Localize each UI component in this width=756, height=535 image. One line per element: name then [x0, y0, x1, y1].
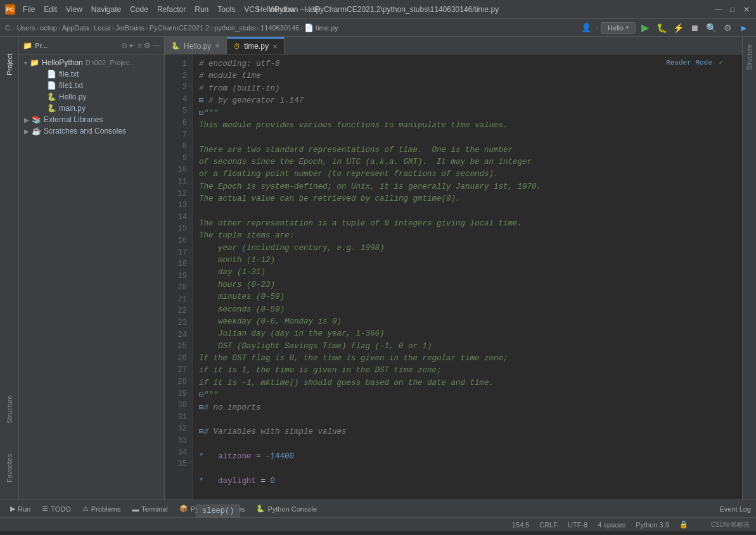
show-options-button[interactable]: ≡ [138, 41, 142, 50]
sidebar-tab-favorites[interactable]: Favorites [1, 443, 18, 493]
breadcrumb-jetbrains[interactable]: JetBrains [115, 24, 144, 32]
code-editor[interactable]: 1234 5678 9101112 13141516 17181920 2122… [165, 54, 742, 500]
collapse-all-button[interactable]: ⇤ [129, 41, 136, 50]
tab-time-py-label: time.py [244, 42, 269, 51]
breadcrumb-appdata[interactable]: AppData [62, 24, 89, 32]
run-button[interactable]: ▶ [638, 21, 652, 35]
main-layout: Project Structure Favorites 📁 Pr... ⊙ ⇤ … [0, 37, 756, 500]
menu-edit[interactable]: Edit [40, 4, 61, 15]
breadcrumb-c[interactable]: C: [5, 24, 12, 32]
coverage-button[interactable]: ⚡ [671, 21, 685, 35]
tree-file1-txt[interactable]: 📄 file1.txt [19, 80, 164, 91]
scratches-expand-icon: ▶ [24, 128, 29, 135]
bottom-tab-todo[interactable]: ☰ TODO [37, 500, 76, 517]
expand-icon: ▾ [24, 60, 27, 66]
tree-external-libs[interactable]: ▶ 📚 External Libraries [19, 114, 164, 125]
app-icon: PC [5, 4, 15, 15]
bottom-tab-python-console[interactable]: 🐍 Python Console [251, 500, 322, 517]
event-log-button[interactable]: Event Log [719, 505, 751, 513]
stop-button[interactable]: ⏹ [688, 21, 702, 35]
run-config-button[interactable]: Hello ▾ [601, 22, 636, 34]
maximize-button[interactable]: □ [728, 5, 737, 14]
tab-hello-py[interactable]: 🐍 Hello.py ✕ [165, 37, 227, 54]
vcs-update-button[interactable]: 👤 [579, 21, 593, 35]
tree-scratches[interactable]: ▶ ☕ Scratches and Consoles [19, 125, 164, 137]
hello-py-tab-icon: 🐍 [171, 42, 180, 50]
watermark: CSDN·韩榕亮 [711, 520, 750, 529]
external-libs-label: External Libraries [44, 115, 103, 124]
terminal-tab-icon: ▬ [132, 505, 139, 513]
menu-file[interactable]: File [19, 4, 39, 15]
breadcrumb-users[interactable]: Users [17, 24, 35, 32]
tree-hello-python[interactable]: ▾ 📁 HelloPython D:\002_Projec... [19, 57, 164, 68]
settings-gear-icon[interactable]: ⚙ [144, 41, 151, 50]
reader-mode-check: ✓ [719, 59, 723, 66]
time-py-icon: 📄 [304, 23, 314, 32]
right-tab-structure[interactable]: Structure [745, 39, 754, 75]
run-config-label: Hello [608, 24, 624, 32]
lock-icon: 🔒 [679, 520, 688, 529]
tree-hello-py[interactable]: 🐍 Hello.py [19, 91, 164, 103]
breadcrumb-octop[interactable]: octop [40, 24, 57, 32]
breadcrumb-pycharm[interactable]: PyCharmCE2021.2 [150, 24, 210, 32]
menu-navigate[interactable]: Navigate [87, 4, 125, 15]
settings-button[interactable]: ⚙ [721, 21, 734, 35]
menu-view[interactable]: View [62, 4, 86, 15]
todo-tab-icon: ☰ [42, 505, 48, 513]
close-panel-button[interactable]: — [153, 41, 160, 50]
tab-hello-py-close[interactable]: ✕ [215, 42, 220, 49]
project-folder-icon: 📁 [23, 41, 32, 50]
bottom-tab-run[interactable]: ▶ Run [5, 500, 35, 517]
bottom-tab-problems[interactable]: ⚠ Problems [77, 500, 125, 517]
autocomplete-tooltip: sleep() [196, 505, 240, 517]
close-button[interactable]: ✕ [742, 5, 751, 14]
search-everywhere-button[interactable]: 🔍 [704, 21, 718, 35]
breadcrumb-local[interactable]: Local [94, 24, 110, 32]
tab-time-py-close[interactable]: ✕ [272, 43, 278, 50]
reader-mode-button[interactable]: Reader Mode ✓ [666, 58, 723, 66]
breadcrumb-python-stubs[interactable]: python_stubs [214, 24, 255, 32]
sidebar-tab-structure[interactable]: Structure [1, 384, 18, 435]
python-version[interactable]: Python 3.9 [636, 521, 669, 529]
breadcrumb-time-py[interactable]: time.py [316, 24, 338, 32]
sidebar-tab-project[interactable]: Project [1, 39, 18, 90]
file-encoding[interactable]: UTF-8 [568, 521, 587, 529]
bottom-tab-terminal[interactable]: ▬ Terminal [127, 500, 173, 517]
scratches-label: Scratches and Consoles [44, 127, 126, 135]
run-tab-icon: ▶ [10, 505, 15, 513]
title-bar: PC File Edit View Navigate Code Refactor… [0, 0, 756, 19]
terminal-tab-label: Terminal [141, 505, 168, 513]
problems-tab-icon: ⚠ [82, 505, 89, 513]
scroll-from-source-button[interactable]: ⊙ [121, 41, 127, 50]
update-button[interactable]: ► [737, 21, 751, 35]
menu-run[interactable]: Run [191, 4, 212, 15]
menu-refactor[interactable]: Refactor [153, 4, 189, 15]
sidebar-tabs: Project Structure Favorites [0, 37, 19, 500]
code-content[interactable]: # encoding: utf-8 # module time # from (… [193, 54, 742, 500]
reader-mode-label: Reader Mode [666, 59, 712, 66]
tab-time-py[interactable]: ⏱ time.py ✕ [227, 37, 285, 54]
menu-code[interactable]: Code [126, 4, 152, 15]
project-panel: 📁 Pr... ⊙ ⇤ ≡ ⚙ — ▾ 📁 HelloPython D:\002… [19, 37, 165, 500]
line-ending[interactable]: CRLF [539, 521, 558, 529]
cursor-position[interactable]: 154:5 [512, 521, 530, 529]
run-controls: 👤 › Hello ▾ ▶ 🐛 ⚡ ⏹ 🔍 ⚙ ► [579, 21, 751, 35]
project-tree: ▾ 📁 HelloPython D:\002_Projec... 📄 file.… [19, 54, 164, 500]
indent-setting[interactable]: 4 spaces [598, 521, 625, 529]
tree-main-py[interactable]: 🐍 main.py [19, 103, 164, 114]
debug-button[interactable]: 🐛 [655, 21, 669, 35]
minimize-button[interactable]: — [714, 5, 723, 14]
project-root-path: D:\002_Projec... [86, 59, 136, 66]
menu-tools[interactable]: Tools [214, 4, 239, 15]
hello-py-name: Hello.py [59, 92, 86, 101]
time-py-tab-icon: ⏱ [233, 42, 240, 50]
python-console-tab-icon: 🐍 [256, 505, 265, 513]
tree-file-txt[interactable]: 📄 file.txt [19, 68, 164, 80]
file1-txt-icon: 📄 [47, 81, 56, 90]
editor-tabs: 🐍 Hello.py ✕ ⏱ time.py ✕ [165, 37, 742, 54]
event-log-label: Event Log [719, 505, 751, 513]
project-panel-title: Pr... [35, 42, 48, 49]
breadcrumb-1140630146[interactable]: 1140630146 [260, 24, 299, 32]
window-title: HelloPython – ...\PyCharmCE2021.2\python… [257, 5, 499, 14]
main-py-name: main.py [59, 104, 86, 113]
